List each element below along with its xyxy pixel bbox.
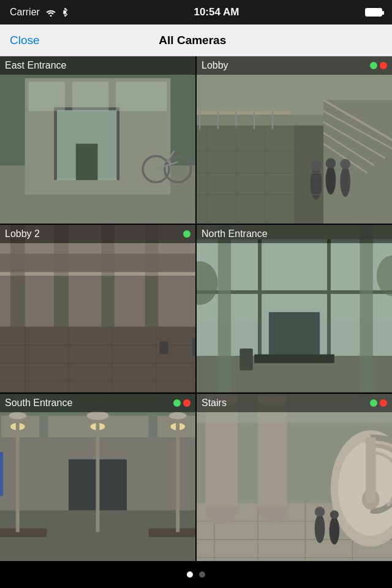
svg-rect-9 <box>76 144 98 180</box>
camera-cell-east-entrance[interactable]: East Entrance <box>0 56 195 224</box>
camera-label-south-entrance: South Entrance <box>0 394 195 412</box>
dot-red-south-entrance <box>183 399 190 407</box>
svg-rect-102 <box>0 529 47 537</box>
camera-cell-south-entrance[interactable]: South Entrance <box>0 394 195 561</box>
svg-rect-78 <box>327 239 331 356</box>
svg-rect-84 <box>218 225 231 392</box>
svg-rect-14 <box>29 82 65 111</box>
svg-point-37 <box>326 165 336 195</box>
bluetooth-icon <box>62 8 68 17</box>
camera-label-stairs: Stairs <box>197 394 392 412</box>
svg-rect-70 <box>160 341 168 354</box>
dots-south-entrance <box>173 399 190 407</box>
camera-feed-stairs <box>197 394 392 561</box>
status-bar: Carrier 10:54 AM <box>0 0 392 24</box>
svg-point-130 <box>315 514 325 543</box>
camera-feed-lobby2 <box>0 225 195 392</box>
dot-green-lobby2 <box>183 230 190 238</box>
svg-rect-123 <box>366 437 376 503</box>
status-left: Carrier <box>10 7 68 18</box>
svg-rect-69 <box>192 338 195 356</box>
svg-rect-83 <box>254 355 334 363</box>
camera-cell-north-entrance[interactable]: North Entrance <box>197 225 392 392</box>
svg-rect-15 <box>72 82 108 111</box>
svg-rect-7 <box>116 107 119 180</box>
pagination <box>0 561 392 588</box>
camera-name-south-entrance: South Entrance <box>5 398 173 409</box>
svg-rect-68 <box>158 276 195 327</box>
svg-point-36 <box>311 160 322 172</box>
camera-label-east-entrance: East Entrance <box>0 56 195 75</box>
camera-feed-south-entrance <box>0 394 195 561</box>
dot-green-stairs <box>370 399 377 407</box>
dots-stairs <box>370 399 387 407</box>
svg-point-40 <box>340 159 350 170</box>
camera-grid: East Entrance <box>0 56 392 561</box>
svg-rect-103 <box>149 529 195 537</box>
svg-rect-67 <box>115 276 145 327</box>
svg-rect-85 <box>360 225 372 392</box>
svg-rect-81 <box>269 312 273 356</box>
svg-rect-20 <box>197 126 295 224</box>
dot-green-south-entrance <box>173 399 181 407</box>
svg-rect-22 <box>197 111 291 115</box>
page-dot-1[interactable] <box>187 571 193 578</box>
close-button[interactable]: Close <box>10 34 40 47</box>
svg-point-39 <box>340 166 350 197</box>
camera-label-north-entrance: North Entrance <box>197 225 392 243</box>
svg-rect-88 <box>239 349 252 371</box>
svg-rect-51 <box>0 273 195 276</box>
camera-name-stairs: Stairs <box>202 398 370 409</box>
nav-bar: Close All Cameras <box>0 24 392 56</box>
svg-point-133 <box>330 510 339 519</box>
camera-feed-lobby <box>197 56 392 224</box>
carrier-label: Carrier <box>10 7 40 18</box>
camera-feed-north-entrance <box>197 225 392 392</box>
camera-label-lobby: Lobby <box>197 56 392 75</box>
camera-cell-stairs[interactable]: Stairs <box>197 394 392 561</box>
svg-rect-82 <box>316 312 320 356</box>
svg-rect-56 <box>0 327 195 393</box>
camera-name-lobby2: Lobby 2 <box>5 228 183 239</box>
status-right <box>365 8 382 17</box>
svg-rect-80 <box>273 312 316 356</box>
svg-rect-64 <box>0 276 10 327</box>
camera-name-east-entrance: East Entrance <box>5 60 190 71</box>
camera-name-lobby: Lobby <box>202 60 370 71</box>
camera-cell-lobby2[interactable]: Lobby 2 <box>0 225 195 392</box>
status-time: 10:54 AM <box>194 6 239 18</box>
page-title: All Cameras <box>159 34 226 47</box>
wifi-icon <box>45 8 57 17</box>
svg-point-0 <box>50 15 51 17</box>
dots-lobby <box>370 62 387 69</box>
svg-point-38 <box>326 158 336 168</box>
dot-red-stairs <box>380 399 387 407</box>
camera-cell-lobby[interactable]: Lobby <box>197 56 392 224</box>
svg-rect-65 <box>25 276 55 327</box>
camera-name-north-entrance: North Entrance <box>202 228 387 239</box>
svg-rect-66 <box>69 276 101 327</box>
dots-lobby2 <box>183 230 190 238</box>
svg-rect-6 <box>54 107 57 180</box>
svg-point-109 <box>169 412 187 419</box>
svg-rect-16 <box>116 82 167 111</box>
camera-feed-east-entrance <box>0 56 195 224</box>
page-dot-2[interactable] <box>199 571 205 578</box>
camera-label-lobby2: Lobby 2 <box>0 225 195 243</box>
svg-rect-100 <box>0 452 3 496</box>
dot-green-lobby <box>370 62 377 69</box>
battery-icon <box>365 8 382 17</box>
svg-rect-77 <box>258 239 262 356</box>
dot-red-lobby <box>380 62 387 69</box>
svg-point-105 <box>87 411 109 420</box>
svg-point-107 <box>9 412 27 419</box>
svg-point-131 <box>315 507 325 517</box>
svg-point-132 <box>330 517 340 545</box>
